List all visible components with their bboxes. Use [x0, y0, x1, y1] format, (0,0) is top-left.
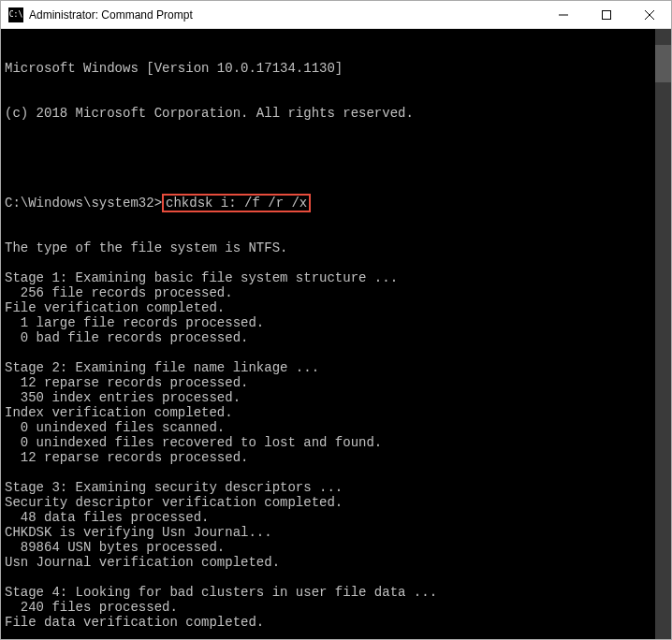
terminal-line — [5, 570, 671, 585]
terminal-line — [5, 151, 671, 166]
minimize-button[interactable] — [542, 1, 585, 28]
minimize-icon — [559, 10, 568, 20]
window-title: Administrator: Command Prompt — [29, 8, 542, 22]
terminal-line: Stage 3: Examining security descriptors … — [5, 480, 671, 495]
terminal-line: 48 data files processed. — [5, 510, 671, 525]
terminal-line: 0 bad file records processed. — [5, 330, 671, 345]
terminal-line: 0 unindexed files recovered to lost and … — [5, 435, 671, 450]
close-button[interactable] — [628, 1, 671, 28]
svg-rect-1 — [603, 10, 611, 19]
cmd-icon: C:\ — [8, 7, 23, 22]
terminal-line: 256 file records processed. — [5, 285, 671, 300]
terminal-line: 0 unindexed files scanned. — [5, 420, 671, 435]
terminal-output[interactable]: Microsoft Windows [Version 10.0.17134.11… — [1, 29, 671, 639]
terminal-line: CHKDSK is verifying Usn Journal... — [5, 525, 671, 540]
terminal-line: (c) 2018 Microsoft Corporation. All righ… — [5, 106, 671, 121]
terminal-line — [5, 255, 671, 270]
terminal-line: Microsoft Windows [Version 10.0.17134.11… — [5, 61, 671, 76]
terminal-line: 12 reparse records processed. — [5, 375, 671, 390]
terminal-line: Usn Journal verification completed. — [5, 555, 671, 570]
terminal-line: Stage 1: Examining basic file system str… — [5, 270, 671, 285]
terminal-line: 89864 USN bytes processed. — [5, 540, 671, 555]
terminal-line: File data verification completed. — [5, 615, 671, 630]
prompt-line: C:\Windows\system32>chkdsk i: /f /r /x — [5, 196, 671, 211]
scrollbar-thumb[interactable] — [655, 45, 671, 82]
terminal-line: Security descriptor verification complet… — [5, 495, 671, 510]
terminal-line: The type of the file system is NTFS. — [5, 240, 671, 255]
terminal-line: 12 reparse records processed. — [5, 450, 671, 465]
terminal-line: 350 index entries processed. — [5, 390, 671, 405]
terminal-line: Index verification completed. — [5, 405, 671, 420]
terminal-line — [5, 630, 671, 639]
terminal-line: File verification completed. — [5, 300, 671, 315]
terminal-line — [5, 465, 671, 480]
scrollbar[interactable] — [655, 29, 671, 639]
close-icon — [645, 10, 654, 20]
command-highlight: chkdsk i: /f /r /x — [162, 194, 311, 212]
window-controls — [542, 1, 671, 28]
terminal-line — [5, 345, 671, 360]
terminal-line: Stage 4: Looking for bad clusters in use… — [5, 585, 671, 600]
prompt-text: C:\Windows\system32> — [5, 196, 162, 211]
titlebar[interactable]: C:\ Administrator: Command Prompt — [1, 1, 671, 29]
terminal-line: 240 files processed. — [5, 600, 671, 615]
maximize-button[interactable] — [585, 1, 628, 28]
terminal-line: Stage 2: Examining file name linkage ... — [5, 360, 671, 375]
command-prompt-window: C:\ Administrator: Command Prompt Micros… — [0, 0, 672, 640]
maximize-icon — [602, 10, 611, 20]
terminal-line: 1 large file records processed. — [5, 315, 671, 330]
